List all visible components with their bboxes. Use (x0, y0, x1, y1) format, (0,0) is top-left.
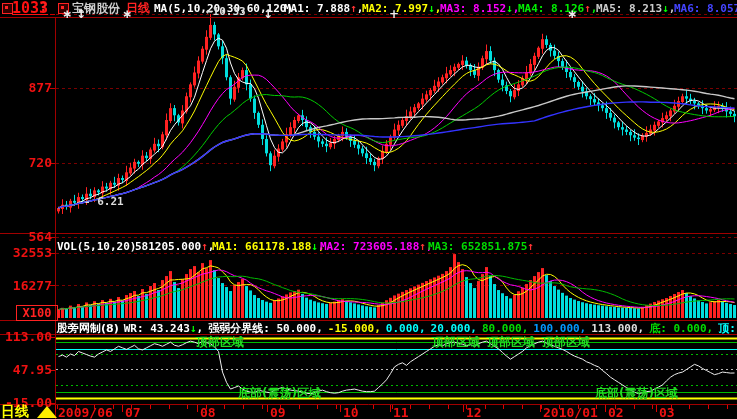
event-marker-icon-4: + (389, 8, 399, 20)
indicator-segment-3: 0.000, (386, 323, 426, 334)
zone-label-0: 顶部区域 (196, 336, 244, 348)
event-marker-icon-5: ∗ (567, 8, 577, 20)
date-label-1: 07 (125, 406, 141, 419)
volume-params-label: VOL(5,10,20) (57, 241, 136, 252)
indicator-segment-9: 顶: 111.000 (718, 323, 737, 334)
down-arrow-icon: ↓ (311, 240, 318, 253)
up-arrow-icon: ↑ (584, 2, 591, 15)
chart-canvas[interactable] (0, 0, 737, 419)
volume-ma-value-1: MA1: 661178.188↓, (212, 241, 325, 252)
indicator-header-row: 股旁网制(8)WR: 43.243↓,强弱分界线: 50.000,-15.000… (57, 323, 737, 334)
volume-axis-16277: 16277 (2, 279, 52, 292)
date-label-3: 09 (270, 406, 286, 419)
ma-value-5: MA5: 8.213↓, (596, 3, 675, 14)
indicator-axis-48: 47.95 (2, 363, 52, 376)
price-annotation-1: - 6.21 (84, 196, 124, 207)
indicator-segment-0: WR: 43.243↓, (124, 323, 203, 334)
up-arrow-icon: ↑ (419, 240, 426, 253)
ma-value-1: MA1: 7.888↑, (284, 3, 363, 14)
down-arrow-icon: ↓ (506, 2, 513, 15)
event-marker-icon-0: ∗ (62, 8, 72, 20)
indicator-segment-8: 底: 0.000, (649, 323, 713, 334)
indicator-segment-6: 100.000, (533, 323, 586, 334)
price-annotation-0: ←10.33 (206, 6, 246, 17)
price-axis-564: 564 (2, 230, 52, 243)
volume-ma-value-3: MA3: 652851.875↑ (428, 241, 534, 252)
date-label-7: 2010/01 (543, 406, 598, 419)
price-axis-877: 877 (2, 81, 52, 94)
zone-label-1: 顶部区域 (432, 336, 480, 348)
event-marker-icon-1: ↕ (76, 8, 86, 20)
zone-label-3: 顶部区域 (542, 336, 590, 348)
price-axis-720: 720 (2, 156, 52, 169)
indicator-segment-4: 20.000, (431, 323, 477, 334)
event-marker-icon-3: ↕ (263, 8, 273, 20)
date-label-0: 2009/06 (58, 406, 113, 419)
down-arrow-icon: ↓ (662, 2, 669, 15)
triangle-up-icon[interactable] (37, 406, 57, 418)
zone-label-2: 顶部区域 (487, 336, 535, 348)
ma-value-3: MA3: 8.152↓, (440, 3, 519, 14)
down-arrow-icon: ↓ (190, 322, 197, 335)
zone-label-5: 底部(震荡)区域 (595, 387, 678, 399)
volume-axis-32553: 32553 (2, 246, 52, 259)
zone-label-4: 底部(震荡)区域 (238, 387, 321, 399)
date-label-9: 03 (659, 406, 675, 419)
ma-value-2: MA2: 7.997↓, (362, 3, 441, 14)
date-label-8: 02 (608, 406, 624, 419)
up-arrow-icon: ↑ (527, 240, 534, 253)
help-icon[interactable]: ? (40, 0, 48, 13)
volume-ma-value-2: MA2: 723605.188↑, (320, 241, 433, 252)
ma-value-6: MA6: 8.057↑ (674, 3, 737, 14)
indicator-axis-113: 113.00 (2, 330, 52, 343)
event-marker-icon-2: ∗ (122, 8, 132, 20)
period-button[interactable]: 日线 (1, 404, 29, 418)
date-label-2: 08 (200, 406, 216, 419)
date-label-4: 10 (343, 406, 359, 419)
indicator-segment-1: 强弱分界线: 50.000, (208, 323, 323, 334)
volume-unit-badge: X100 (16, 305, 58, 321)
stock-chart-window: 1033 ? 宝钢股份 日线 MA(5,10,20,30,60,120) MA1… (0, 0, 737, 419)
indicator-segment-2: -15.000, (328, 323, 381, 334)
volume-value: 581205.000↑, (135, 241, 214, 252)
date-label-6: 12 (466, 406, 482, 419)
ma-value-4: MA4: 8.126↑, (518, 3, 597, 14)
indicator-segment-7: 113.000, (591, 323, 644, 334)
down-arrow-icon: ↓ (428, 2, 435, 15)
up-arrow-icon: ↑ (201, 240, 208, 253)
indicator-title: 股旁网制(8) (57, 323, 119, 334)
indicator-segment-5: 80.000, (482, 323, 528, 334)
date-label-5: 11 (393, 406, 409, 419)
up-arrow-icon: ↑ (350, 2, 357, 15)
